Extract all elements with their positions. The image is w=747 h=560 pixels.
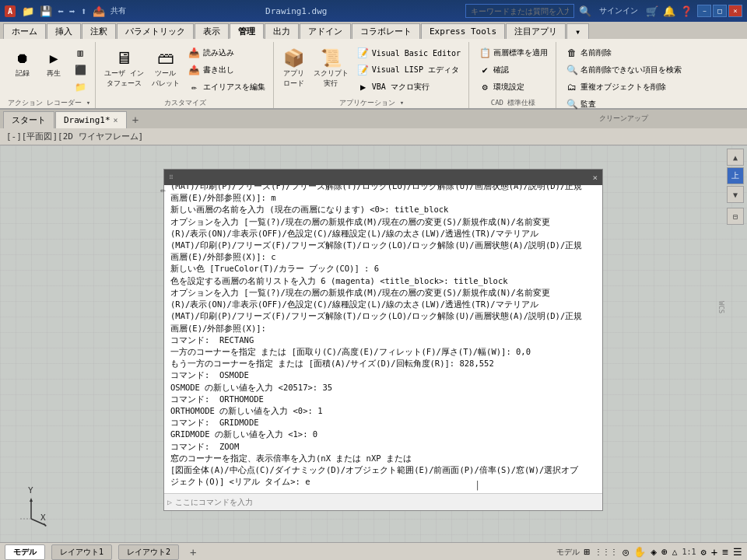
- open-icon[interactable]: 📁: [20, 5, 36, 17]
- svg-marker-3: [30, 498, 33, 502]
- tab-view[interactable]: 表示: [195, 23, 229, 39]
- export-button[interactable]: 📤書き出し: [185, 62, 268, 78]
- tab-home[interactable]: ホーム: [3, 23, 46, 39]
- upload-icon[interactable]: ⬆: [79, 5, 89, 17]
- lisp-editor-button[interactable]: 📝Visual LISP エディタ: [354, 62, 464, 78]
- help-icon[interactable]: ❓: [680, 5, 693, 17]
- ortho-icon[interactable]: ⊕: [661, 546, 668, 558]
- viewport-label: [-][平面図][2D ワイヤフレーム]: [6, 131, 143, 142]
- purge-button[interactable]: 🗑名前削除: [563, 45, 685, 61]
- tool-palette-label: ツールパレット: [152, 68, 180, 89]
- close-button[interactable]: ×: [728, 5, 742, 17]
- import-icon: 📥: [188, 47, 201, 59]
- notify-icon[interactable]: 🔔: [663, 5, 675, 17]
- osnap-icon[interactable]: ◈: [651, 546, 657, 558]
- settings-label: 環境設定: [493, 82, 524, 93]
- apply-layer-standard-button[interactable]: 📋画層標準を適用: [475, 45, 551, 61]
- tab-addin[interactable]: アドイン: [300, 23, 351, 39]
- ribbon-col-action-sm: ▥ ⬛ 📁: [71, 45, 89, 95]
- play-icon: ▶: [43, 47, 65, 68]
- tab-annotation[interactable]: 注釈: [82, 23, 116, 39]
- play-button[interactable]: ▶ 再生: [40, 45, 68, 80]
- check-button[interactable]: ✔確認: [475, 62, 551, 78]
- vba-editor-button[interactable]: 📝Visual Basic Editor: [354, 45, 464, 61]
- find-unrenameable-button[interactable]: 🔍名前削除できない項目を検索: [563, 62, 685, 78]
- rt-btn-1[interactable]: ▲: [727, 149, 744, 166]
- tab-express-tools[interactable]: Express Tools: [421, 23, 505, 39]
- search-icon[interactable]: 🔍: [579, 5, 591, 17]
- cart-icon[interactable]: 🛒: [646, 5, 658, 17]
- pencil-icon[interactable]: ✏: [160, 184, 166, 195]
- action-sm-3[interactable]: 📁: [71, 79, 89, 95]
- doc-tab-new[interactable]: +: [128, 111, 143, 128]
- settings-button[interactable]: ⚙環境設定: [475, 79, 551, 95]
- tab-parametric[interactable]: パラメトリック: [117, 23, 194, 39]
- y-axis-label: Y: [28, 485, 33, 495]
- settings-btn[interactable]: ⚙: [701, 547, 707, 558]
- rt-btn-2[interactable]: ▼: [727, 186, 744, 203]
- status-tab-layout1[interactable]: レイアウト1: [51, 544, 112, 560]
- plus-btn[interactable]: +: [711, 546, 717, 558]
- user-interface-button[interactable]: 🖥 ユーザ インタフェース: [102, 45, 146, 90]
- doc-tab-drawing1[interactable]: Drawing1* ×: [55, 111, 127, 128]
- record-button[interactable]: ⏺ 記録: [9, 45, 37, 80]
- redo-icon[interactable]: ➡: [68, 5, 77, 17]
- wcs-label: WCS: [717, 301, 725, 313]
- command-input[interactable]: [175, 498, 599, 506]
- polar-icon[interactable]: △: [672, 547, 678, 557]
- canvas-area[interactable]: WCS ▲ 上 ▼ ⊟ Y: [0, 145, 747, 542]
- tool-palette-icon: 🗃: [155, 47, 177, 68]
- lisp-editor-label: Visual LISP エディタ: [372, 65, 459, 75]
- command-line: (R)/表示(ON)/非表示(OFF)/色設定(C)/線種設定(L)/線の太さ(…: [170, 228, 596, 240]
- search-input[interactable]: [465, 4, 574, 18]
- add-layout-button[interactable]: +: [185, 544, 201, 561]
- minimize-button[interactable]: －: [697, 5, 711, 17]
- tab-collaborate[interactable]: コラボレート: [352, 23, 420, 39]
- action-sm-1[interactable]: ▥: [71, 45, 89, 61]
- edit-alias-button[interactable]: ✏エイリアスを編集: [185, 79, 268, 95]
- script-run-button[interactable]: 📜 スクリプト実行: [311, 45, 351, 90]
- command-line: (R)/表示(ON)/非表示(OFF)/色設定(C)/線種設定(L)/線の太さ(…: [170, 299, 596, 310]
- action-sm-2[interactable]: ⬛: [71, 62, 89, 78]
- command-line: 新しい色 [TrueColor(T)/カラー ブック(CO)] : 6: [170, 263, 596, 275]
- menu-icon[interactable]: ≡: [722, 546, 728, 558]
- share-label[interactable]: 共有: [109, 5, 128, 16]
- doc-tab-start-label: スタート: [12, 114, 46, 126]
- rt-btn-view[interactable]: 上: [727, 167, 744, 184]
- purge-label: 名前削除: [580, 47, 612, 58]
- maximize-button[interactable]: □: [713, 5, 727, 17]
- tool-palette-button[interactable]: 🗃 ツールパレット: [149, 45, 182, 90]
- vba-macro-button[interactable]: ▶VBA マクロ実行: [354, 79, 464, 95]
- pan-icon[interactable]: ✋: [633, 546, 646, 558]
- status-tab-model[interactable]: モデル: [5, 544, 45, 560]
- share-icon[interactable]: 📤: [91, 5, 107, 17]
- signin-button[interactable]: サインイン: [596, 5, 641, 16]
- command-line: コマンド: GRIDMODE: [170, 417, 596, 429]
- doc-tab-start[interactable]: スタート: [3, 111, 54, 128]
- tab-featured-apps[interactable]: 注目アプリ: [506, 23, 566, 39]
- hamburger-icon[interactable]: ☰: [733, 546, 742, 558]
- grid-icon[interactable]: ⊞: [584, 546, 591, 558]
- orbit-icon[interactable]: ◎: [622, 546, 629, 558]
- audit-button[interactable]: 🔍監査: [563, 96, 685, 112]
- snap-icon[interactable]: ⋮⋮⋮: [594, 548, 618, 556]
- tab-output[interactable]: 出力: [265, 23, 299, 39]
- command-line: コマンド: ORTHOMODE: [170, 394, 596, 405]
- tab-manage[interactable]: 管理: [230, 23, 264, 39]
- app-load-button[interactable]: 📦 アプリロード: [280, 45, 308, 90]
- audit-icon: 🔍: [566, 98, 578, 110]
- cmd-close-btn[interactable]: ×: [592, 173, 598, 183]
- tab-insert[interactable]: 挿入: [47, 23, 81, 39]
- title-bar: A 📁 💾 ⬅ ➡ ⬆ 📤 共有 Drawing1.dwg 🔍 サインイン 🛒 …: [0, 0, 747, 22]
- import-button[interactable]: 📥読み込み: [185, 45, 268, 61]
- undo-icon[interactable]: ⬅: [56, 5, 65, 17]
- delete-duplicate-button[interactable]: 🗂重複オブジェクトを削除: [563, 79, 685, 95]
- status-tab-layout2[interactable]: レイアウト2: [118, 544, 179, 560]
- rt-btn-3[interactable]: ⊟: [727, 208, 744, 225]
- command-line: 画層(E)/外部参照(X)]:: [170, 323, 596, 334]
- save-icon[interactable]: 💾: [38, 5, 54, 17]
- tab-extra[interactable]: ▾: [566, 23, 589, 39]
- doc-tab-drawing1-close[interactable]: ×: [114, 116, 118, 124]
- command-line: コマンド: RECTANG: [170, 334, 596, 346]
- model-space-label: モデル: [556, 547, 580, 558]
